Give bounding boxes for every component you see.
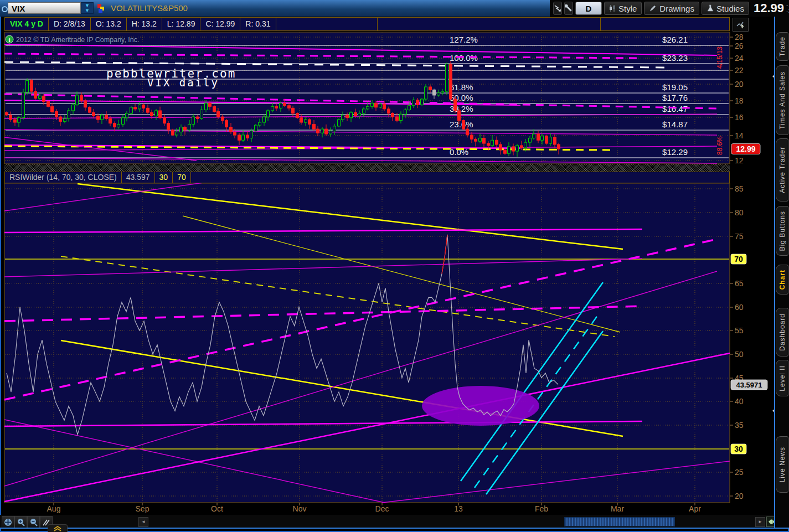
collapsed-panel-expander[interactable] xyxy=(48,524,68,532)
rsi-axis-tick: 65 xyxy=(735,279,744,288)
ohlc-spacer xyxy=(276,18,378,30)
chart-toolbar: D Style Drawings Studies 12.99 -.51 -3.7… xyxy=(550,0,789,17)
time-axis-label: Feb xyxy=(535,504,548,513)
thinkorswim-window: VIX ▼▼ VOLATILITYS&P500 D Style Drawings… xyxy=(0,0,789,532)
rsi-chart-area[interactable] xyxy=(4,183,730,503)
sidebar-tab-dashboard[interactable]: Dashboard xyxy=(776,308,788,357)
sidebar-tab-trade[interactable]: Trade xyxy=(776,32,788,61)
rsi-value: 43.597 xyxy=(122,172,155,183)
price-axis-tick: 26 xyxy=(735,42,744,50)
price-axis-tick: 24 xyxy=(735,54,744,63)
sidebar-tab-label: Level II xyxy=(778,365,786,391)
ohlc-spacer xyxy=(378,18,601,30)
price-axis-tick: 16 xyxy=(735,113,744,122)
rsi-axis-tick: 50 xyxy=(735,350,744,359)
style-button[interactable]: Style xyxy=(604,2,642,15)
rsi-value-badge xyxy=(731,380,767,390)
sidebar-tab-label: Active Trader xyxy=(778,147,786,193)
rsi-band-badge xyxy=(731,254,746,264)
candlestick-icon xyxy=(609,4,616,12)
rsi-title[interactable]: RSIWilder (14, 70, 30, CLOSE) xyxy=(5,172,122,183)
price-axis-tick: 14 xyxy=(735,131,744,140)
price-chart-area[interactable] xyxy=(4,32,730,164)
ohlc-low: L: 12.89 xyxy=(162,18,201,30)
last-price-badge xyxy=(731,144,760,154)
rsi-axis-tick: 40 xyxy=(735,397,744,406)
timeframe-button[interactable]: D xyxy=(575,2,602,15)
sidebar-tab-label: Dashboard xyxy=(778,313,786,351)
time-axis-label: Apr xyxy=(689,504,701,513)
ohlc-high: H: 13.2 xyxy=(127,18,162,30)
sidebar-tab-label: Live News xyxy=(778,447,786,482)
pan-mode-button[interactable] xyxy=(733,18,749,32)
flash-icon[interactable] xyxy=(553,2,562,15)
price-axis-tick: 22 xyxy=(735,66,744,75)
rsi-overbought-setting: 70 xyxy=(173,172,191,183)
symbol-input[interactable]: VIX xyxy=(8,2,81,14)
window-dot-icon xyxy=(2,6,8,12)
scroll-left-button[interactable]: ◄ xyxy=(138,517,148,527)
rsi-axis-tick: 80 xyxy=(735,208,744,217)
sidebar-tab-label: Big Buttons xyxy=(778,211,786,251)
svg-text:12.99: 12.99 xyxy=(736,144,755,153)
rsi-oversold-setting: 30 xyxy=(155,172,173,183)
rsi-study-header: RSIWilder (14, 70, 30, CLOSE) 43.597 30 … xyxy=(4,172,730,183)
window-bottom-border xyxy=(0,528,789,529)
zoom-in-button[interactable] xyxy=(14,516,27,528)
rsi-band-badge xyxy=(731,444,746,454)
time-axis-label: Mar xyxy=(611,504,624,513)
price-axis-tick: 12 xyxy=(735,156,744,165)
price-axis-tick: 28 xyxy=(735,33,744,42)
wrench-icon[interactable] xyxy=(564,2,573,15)
symbol-dropdown-button[interactable]: ▼▼ xyxy=(81,2,94,14)
sidebar-tab-times-and-sales[interactable]: Times And Sales xyxy=(776,65,788,135)
scroll-right-button[interactable]: ► xyxy=(755,517,765,527)
rsi-axis-tick: 75 xyxy=(735,232,744,241)
drawings-button[interactable]: Drawings xyxy=(644,2,699,15)
ohlc-open: O: 13.2 xyxy=(91,18,127,30)
studies-button[interactable]: Studies xyxy=(702,2,749,15)
svg-text:43.5971: 43.5971 xyxy=(736,381,762,389)
ohlc-spacer xyxy=(601,18,730,30)
scrollbar-thumb[interactable] xyxy=(564,517,675,526)
sidebar-tab-live-news[interactable]: Live News xyxy=(776,436,788,493)
sidebar-tab-label: Times And Sales xyxy=(778,71,786,130)
sidebar-tab-big-buttons[interactable]: Big Buttons xyxy=(776,206,788,256)
move-tool-button[interactable] xyxy=(2,516,14,528)
price-axis-tick: 18 xyxy=(735,96,744,105)
svg-text:70: 70 xyxy=(734,255,743,264)
sidebar-tab-active-trader[interactable]: Active Trader xyxy=(776,138,788,202)
symbol-timeframe-label: VIX 4 y D xyxy=(5,18,49,30)
time-axis-label: Oct xyxy=(211,504,223,513)
rsi-axis-tick: 85 xyxy=(735,184,744,193)
change-percent: -3.78% xyxy=(786,8,789,14)
bottom-toolbar: ◄ ► xyxy=(0,515,775,528)
zoom-out-button[interactable] xyxy=(27,516,40,528)
rsi-axis-tick: 25 xyxy=(735,468,744,477)
sidebar-tab-label: Chart xyxy=(778,270,786,290)
ohlc-date: D: 2/8/13 xyxy=(49,18,91,30)
sidebar-tab-level-ii[interactable]: Level II xyxy=(776,360,788,396)
time-axis-label: 13 xyxy=(454,504,463,513)
ohlc-range: R: 0.31 xyxy=(240,18,276,30)
pencil-icon xyxy=(649,4,657,12)
price-change: -.51 -3.78% xyxy=(786,2,789,14)
double-chevron-up-icon xyxy=(53,526,62,531)
time-axis-label: Aug xyxy=(47,504,61,513)
time-axis-label: Nov xyxy=(293,504,307,513)
panel-splitter[interactable] xyxy=(4,164,730,172)
rsi-axis-tick: 60 xyxy=(735,303,744,312)
rsi-axis-tick: 35 xyxy=(735,421,744,430)
price-axis-tick: 20 xyxy=(735,80,744,89)
rsi-axis-tick: 55 xyxy=(735,326,744,335)
flask-icon xyxy=(707,4,714,12)
ohlc-close: C: 12.99 xyxy=(200,18,240,30)
symbol-description: VOLATILITYS&P500 xyxy=(111,3,188,13)
linked-squares-icon xyxy=(97,4,106,13)
svg-text:30: 30 xyxy=(734,445,743,453)
sidebar-tab-label: Trade xyxy=(778,37,786,56)
time-axis-label: Dec xyxy=(375,504,389,513)
sidebar-tab-chart[interactable]: Chart xyxy=(776,265,788,295)
time-axis-label: Sep xyxy=(136,504,149,513)
rsi-axis-tick: 20 xyxy=(735,492,744,500)
